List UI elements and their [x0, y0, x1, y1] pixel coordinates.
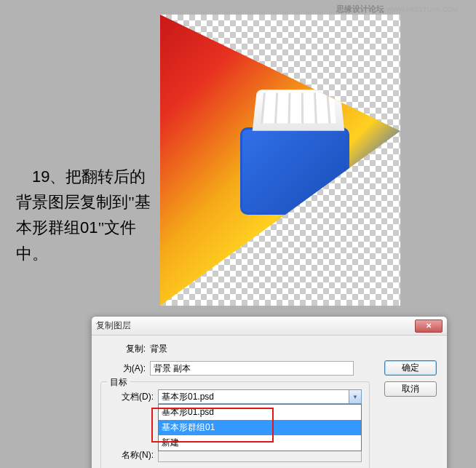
toy-body-shape: [240, 127, 349, 215]
tutorial-step-text: 19、把翻转后的背景图层复制到"基本形群组01"文件中。: [16, 164, 162, 266]
dropdown-option-selected[interactable]: 基本形群组01: [159, 420, 361, 435]
image-canvas: [160, 15, 400, 306]
target-fieldset: 目标 文档(D): 基本形01.psd ▼ 基本形01.psd 基本形群组01 …: [100, 381, 370, 468]
dialog-body: 复制: 背景 为(A): 目标 文档(D): 基本形01.psd ▼ 基本形01…: [92, 336, 447, 468]
close-button[interactable]: ✕: [415, 320, 443, 333]
duplicate-layer-dialog: 复制图层 ✕ 复制: 背景 为(A): 目标 文档(D): 基本形01.psd …: [91, 316, 448, 468]
watermark-header: 思缘设计论坛 WWW.MISSYUAN.COM: [336, 4, 458, 15]
dialog-titlebar[interactable]: 复制图层 ✕: [92, 317, 447, 336]
document-select-value: 基本形01.psd: [159, 391, 349, 403]
dropdown-option[interactable]: 新建: [159, 435, 361, 451]
cancel-button[interactable]: 取消: [384, 381, 437, 397]
target-legend: 目标: [107, 376, 130, 389]
document-dropdown-list: 基本形01.psd 基本形群组01 新建: [158, 404, 362, 451]
document-select[interactable]: 基本形01.psd ▼ 基本形01.psd 基本形群组01 新建: [158, 389, 362, 404]
ok-button[interactable]: 确定: [384, 360, 437, 376]
document-label: 文档(D):: [108, 391, 154, 403]
dropdown-option[interactable]: 基本形01.psd: [159, 405, 361, 420]
toy-detail-dot: [304, 199, 314, 210]
masked-layer-preview: [160, 15, 400, 306]
name-label: 名称(N):: [108, 449, 154, 461]
watermark-url: WWW.MISSYUAN.COM: [386, 6, 458, 13]
copy-source-value: 背景: [150, 343, 167, 355]
as-label: 为(A):: [100, 362, 146, 375]
as-input[interactable]: [150, 361, 354, 376]
close-icon: ✕: [426, 322, 432, 330]
toy-roof-shape: [253, 90, 344, 131]
copy-label: 复制:: [100, 343, 146, 355]
watermark-site: 思缘设计论坛: [336, 4, 384, 13]
dialog-title: 复制图层: [96, 320, 415, 332]
chevron-down-icon: ▼: [349, 390, 361, 403]
